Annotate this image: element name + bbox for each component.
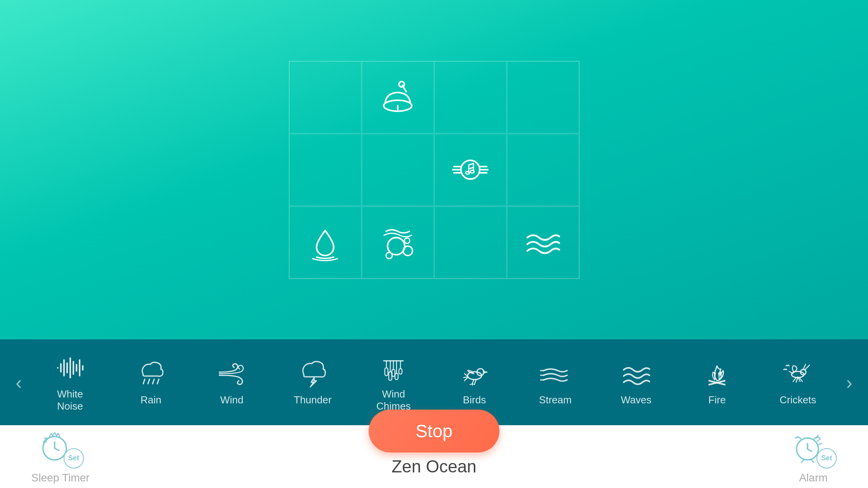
grid-cell-waves-grid[interactable] bbox=[507, 206, 579, 279]
grid-cell-empty-6[interactable] bbox=[507, 134, 579, 206]
svg-rect-41 bbox=[395, 373, 398, 380]
stop-button[interactable]: Stop bbox=[369, 410, 500, 453]
sleep-timer-button[interactable]: Set Sleep Timer bbox=[31, 429, 89, 484]
svg-point-18 bbox=[404, 238, 410, 243]
sound-item-wind[interactable]: Wind bbox=[208, 358, 255, 406]
grid-cell-bowl[interactable] bbox=[362, 61, 434, 133]
sound-item-thunder[interactable]: Thunder bbox=[289, 358, 336, 406]
music-stream-icon bbox=[451, 150, 490, 189]
svg-rect-42 bbox=[399, 369, 402, 374]
thunder-icon bbox=[297, 358, 328, 389]
sound-grid bbox=[289, 61, 580, 279]
singing-bowl-icon bbox=[378, 78, 417, 117]
svg-point-4 bbox=[461, 160, 480, 179]
sleep-timer-set-badge: Set bbox=[64, 448, 84, 468]
sound-item-fire[interactable]: Fire bbox=[694, 358, 740, 406]
svg-line-30 bbox=[153, 379, 154, 384]
alarm-label: Alarm bbox=[799, 472, 827, 484]
svg-point-14 bbox=[470, 170, 474, 173]
sound-item-waves[interactable]: Waves bbox=[613, 358, 660, 406]
grid-cell-empty-4[interactable] bbox=[289, 134, 361, 206]
waves-grid-icon bbox=[523, 223, 562, 262]
sound-item-stream[interactable]: Stream bbox=[532, 358, 579, 406]
svg-line-28 bbox=[143, 379, 145, 384]
wind-chimes-icon bbox=[378, 352, 409, 383]
fire-icon bbox=[701, 358, 733, 389]
birds-icon bbox=[459, 358, 490, 389]
grid-cell-empty-2[interactable] bbox=[434, 61, 507, 133]
grid-cell-empty-5[interactable] bbox=[362, 134, 434, 206]
crickets-icon bbox=[782, 358, 813, 389]
sound-item-birds[interactable]: Birds bbox=[451, 358, 498, 406]
nav-left-arrow[interactable]: ‹ bbox=[8, 372, 30, 393]
alarm-button[interactable]: Set Alarm bbox=[790, 429, 837, 484]
alarm-set-badge: Set bbox=[816, 448, 837, 468]
sleep-timer-label: Sleep Timer bbox=[31, 472, 89, 484]
app-title: Zen Ocean bbox=[391, 457, 477, 476]
crickets-label: Crickets bbox=[779, 394, 816, 406]
grid-cell-empty-3[interactable] bbox=[507, 61, 579, 133]
svg-line-66 bbox=[55, 448, 59, 451]
sound-item-wind-chimes[interactable]: WindChimes bbox=[370, 352, 417, 412]
svg-point-13 bbox=[466, 172, 470, 174]
sound-item-rain[interactable]: Rain bbox=[128, 358, 174, 406]
grid-cell-drop[interactable] bbox=[289, 206, 361, 279]
fire-label: Fire bbox=[708, 394, 726, 406]
svg-line-74 bbox=[819, 444, 822, 444]
sleep-timer-icon-wrap: Set bbox=[37, 429, 84, 468]
sound-item-crickets[interactable]: Crickets bbox=[774, 358, 821, 406]
waveform-icon bbox=[55, 352, 86, 383]
wind-label: Wind bbox=[220, 394, 243, 406]
stream-icon bbox=[540, 358, 571, 389]
water-drop-icon bbox=[306, 223, 345, 262]
nav-right-arrow[interactable]: › bbox=[838, 372, 860, 393]
svg-line-60 bbox=[796, 378, 798, 382]
svg-line-31 bbox=[157, 379, 159, 384]
svg-line-46 bbox=[475, 380, 476, 384]
rain-icon bbox=[135, 358, 167, 389]
sound-bar-inner: ‹ WhiteNoise bbox=[8, 352, 860, 412]
svg-point-3 bbox=[399, 82, 404, 87]
bubbles-icon bbox=[378, 223, 417, 262]
svg-line-58 bbox=[803, 364, 806, 369]
waves-label: Waves bbox=[621, 394, 652, 406]
svg-line-73 bbox=[817, 439, 820, 441]
main-grid-area bbox=[0, 0, 868, 339]
svg-point-17 bbox=[386, 252, 392, 259]
wind-icon bbox=[216, 358, 247, 389]
sound-items-container: WhiteNoise Rain bbox=[30, 352, 838, 412]
bottom-bar: Stop Set Sleep Timer Zen Ocean bbox=[0, 425, 868, 488]
svg-line-69 bbox=[808, 449, 811, 451]
waves-icon bbox=[621, 358, 652, 389]
alarm-icon-wrap: Set bbox=[790, 429, 837, 468]
thunder-label: Thunder bbox=[294, 394, 332, 406]
grid-cell-empty-7[interactable] bbox=[434, 206, 507, 279]
svg-point-16 bbox=[403, 246, 413, 256]
svg-line-59 bbox=[793, 378, 796, 382]
stream-label: Stream bbox=[539, 394, 572, 406]
svg-rect-38 bbox=[385, 368, 388, 376]
svg-line-45 bbox=[472, 380, 474, 384]
grid-cell-music[interactable] bbox=[434, 134, 507, 206]
rain-label: Rain bbox=[141, 394, 161, 406]
grid-cell-bubbles[interactable] bbox=[362, 206, 434, 279]
grid-cell-empty-1[interactable] bbox=[289, 61, 361, 133]
wind-chimes-label: WindChimes bbox=[376, 388, 411, 412]
svg-line-71 bbox=[802, 460, 804, 462]
svg-line-57 bbox=[805, 365, 809, 370]
birds-label: Birds bbox=[463, 394, 486, 406]
white-noise-label: WhiteNoise bbox=[57, 388, 83, 412]
sound-item-white-noise[interactable]: WhiteNoise bbox=[47, 352, 94, 412]
svg-line-29 bbox=[148, 379, 149, 384]
svg-line-72 bbox=[811, 460, 813, 462]
